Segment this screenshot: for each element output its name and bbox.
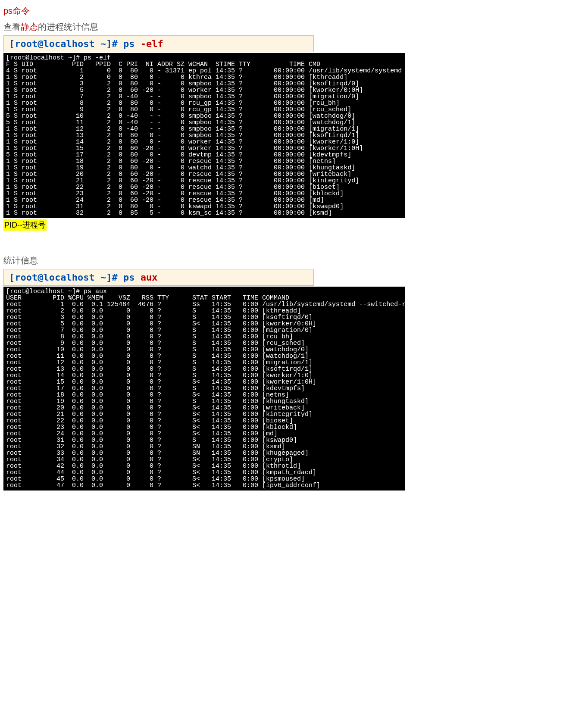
subtitle-highlight: 静态 xyxy=(21,22,38,31)
terminal-output-ps-aux: [root@localhost ~]# ps aux USER PID %CPU… xyxy=(3,287,405,491)
shell-prompt: [root@localhost ~]# xyxy=(9,38,123,49)
command-name: ps xyxy=(123,272,141,283)
subtitle-static-process: 查看静态的进程统计信息 xyxy=(3,21,563,33)
subtitle-prefix: 查看 xyxy=(3,22,21,31)
shell-prompt: [root@localhost ~]# xyxy=(9,272,123,283)
command-box-ps-elf: [root@localhost ~]# ps -elf xyxy=(3,35,314,52)
command-name: ps xyxy=(123,38,141,49)
command-arg: -elf xyxy=(141,38,163,49)
terminal-output-ps-elf: [root@localhost ~]# ps -elf F S UID PID … xyxy=(3,53,405,218)
command-box-ps-aux: [root@localhost ~]# ps aux xyxy=(3,269,314,286)
section-title: ps命令 xyxy=(3,5,563,17)
command-arg: aux xyxy=(141,272,158,283)
subtitle-stat-info: 统计信息 xyxy=(3,255,563,266)
pid-annotation: PID--进程号 xyxy=(3,219,47,231)
subtitle-suffix: 的进程统计信息 xyxy=(38,22,98,31)
